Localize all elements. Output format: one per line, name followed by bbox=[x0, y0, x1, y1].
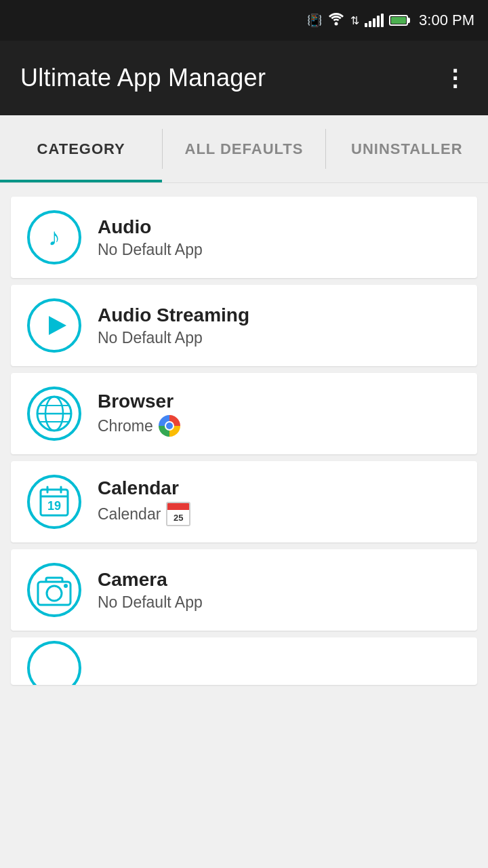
audio-subtitle: No Default App bbox=[98, 241, 203, 259]
tab-uninstaller[interactable]: UNINSTALLER bbox=[326, 115, 488, 182]
calendar-text: Calendar Calendar 25 bbox=[98, 477, 190, 526]
status-icons: 📳 ⇅ 3:00 PM bbox=[307, 12, 474, 29]
more-options-button[interactable]: ⋮ bbox=[443, 66, 468, 90]
camera-subtitle: No Default App bbox=[98, 593, 203, 612]
list-item-browser[interactable]: Browser Chrome bbox=[11, 373, 477, 454]
signal-icon bbox=[365, 14, 384, 27]
audio-streaming-text: Audio Streaming No Default App bbox=[98, 304, 249, 347]
app-title: Ultimate App Manager bbox=[20, 64, 266, 92]
wifi-icon bbox=[327, 12, 345, 29]
audio-streaming-title: Audio Streaming bbox=[98, 304, 249, 326]
list-item-partial[interactable] bbox=[11, 637, 477, 685]
vibrate-icon: 📳 bbox=[307, 13, 322, 28]
category-list: ♪ Audio No Default App Audio Streaming N… bbox=[0, 183, 488, 698]
status-time: 3:00 PM bbox=[419, 12, 474, 29]
browser-text: Browser Chrome bbox=[98, 391, 180, 437]
svg-text:♪: ♪ bbox=[48, 223, 60, 251]
calendar-app-icon: 25 bbox=[166, 502, 190, 526]
camera-text: Camera No Default App bbox=[98, 569, 203, 612]
browser-icon bbox=[27, 387, 81, 441]
browser-subtitle: Chrome bbox=[98, 415, 180, 437]
tab-all-defaults[interactable]: ALL DEFAULTS bbox=[163, 115, 325, 182]
svg-text:19: 19 bbox=[47, 499, 61, 513]
svg-point-17 bbox=[28, 564, 80, 616]
camera-title: Camera bbox=[98, 569, 203, 591]
list-item-audio-streaming[interactable]: Audio Streaming No Default App bbox=[11, 285, 477, 366]
battery-icon bbox=[389, 15, 408, 26]
audio-streaming-icon bbox=[27, 298, 81, 353]
list-item-calendar[interactable]: 19 Calendar Calendar 25 bbox=[11, 461, 477, 542]
list-item-camera[interactable]: Camera No Default App bbox=[11, 549, 477, 631]
audio-text: Audio No Default App bbox=[98, 216, 203, 259]
audio-streaming-subtitle: No Default App bbox=[98, 329, 249, 347]
calendar-icon: 19 bbox=[27, 475, 81, 529]
svg-point-20 bbox=[64, 584, 68, 588]
audio-icon: ♪ bbox=[27, 210, 81, 264]
calendar-title: Calendar bbox=[98, 477, 190, 499]
toolbar: Ultimate App Manager ⋮ bbox=[0, 41, 488, 115]
camera-icon bbox=[27, 563, 81, 617]
chrome-app-icon bbox=[159, 415, 180, 437]
list-item-audio[interactable]: ♪ Audio No Default App bbox=[11, 197, 477, 278]
partial-icon bbox=[27, 651, 81, 685]
svg-point-21 bbox=[28, 642, 80, 685]
audio-title: Audio bbox=[98, 216, 203, 238]
svg-point-0 bbox=[335, 22, 338, 25]
data-icon: ⇅ bbox=[350, 14, 359, 27]
calendar-subtitle: Calendar 25 bbox=[98, 502, 190, 526]
tab-category[interactable]: CATEGORY bbox=[0, 115, 162, 182]
status-bar: 📳 ⇅ 3:00 PM bbox=[0, 0, 488, 41]
tab-bar: CATEGORY ALL DEFAULTS UNINSTALLER bbox=[0, 115, 488, 183]
browser-title: Browser bbox=[98, 391, 180, 412]
